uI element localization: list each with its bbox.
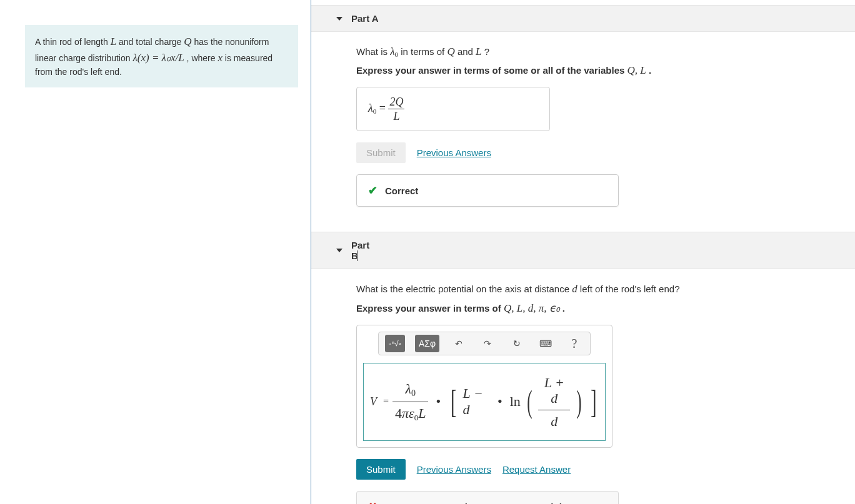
help-button[interactable]: ? xyxy=(565,335,584,352)
text: Express your answer in terms of some or … xyxy=(356,65,628,76)
redo-button[interactable]: ↷ xyxy=(478,335,497,352)
numerator: λ0 xyxy=(392,381,428,402)
part-a-header[interactable]: Part A xyxy=(311,5,855,32)
lambda-expr: λ(x) = λ₀x/L xyxy=(132,52,184,64)
text: ? xyxy=(484,46,489,57)
part-a-content: What is λ0 in terms of Q and L ? Express… xyxy=(311,32,855,232)
frac: 2Q L xyxy=(388,96,404,122)
equation-editor[interactable]: ▫ⁿ√▫ ΑΣφ ↶ ↷ ↻ ⌨ ? V = λ0 4πε0L • [ L − … xyxy=(356,325,612,448)
problem-text: A thin rod of length xyxy=(35,37,111,47)
previous-answers-link[interactable]: Previous Answers xyxy=(417,147,491,158)
problem-text: , where xyxy=(187,53,218,63)
denominator: 4πε0L xyxy=(392,402,428,423)
eq-sign: = xyxy=(379,102,389,114)
text: What is xyxy=(356,46,390,57)
part-b-feedback: ✖ Incorrect; Try Again; 5 attempts remai… xyxy=(356,491,619,504)
text: . xyxy=(649,65,651,76)
problem-pane: A thin rod of length L and total charge … xyxy=(0,0,311,504)
text: in terms of xyxy=(401,46,447,57)
part-b-buttons: Submit Previous Answers Request Answer xyxy=(356,459,830,480)
cross-icon: ✖ xyxy=(368,500,378,504)
submit-button: Submit xyxy=(356,142,406,163)
eq-sign: = xyxy=(383,396,389,407)
keyboard-button[interactable]: ⌨ xyxy=(536,335,555,352)
part-a-instruct: Express your answer in terms of some or … xyxy=(356,64,830,77)
lambda0-lhs: λ0 xyxy=(368,102,376,114)
part-b-question: What is the electric potential on the ax… xyxy=(356,283,830,295)
undo-button[interactable]: ↶ xyxy=(449,335,468,352)
var-Q: Q xyxy=(447,46,454,57)
templates-button[interactable]: ▫ⁿ√▫ xyxy=(385,335,405,352)
part-a-buttons: Submit Previous Answers xyxy=(356,142,830,163)
text: . xyxy=(562,303,565,314)
reset-button[interactable]: ↻ xyxy=(508,335,526,352)
part-a-answer-box: λ0 = 2Q L xyxy=(356,87,550,131)
dot-op: • xyxy=(494,393,506,410)
var-L: L xyxy=(476,46,481,57)
var-d: d xyxy=(572,283,578,295)
var-x: x xyxy=(218,52,222,64)
dot-op: • xyxy=(432,393,444,410)
chevron-down-icon xyxy=(336,17,342,21)
request-answer-link[interactable]: Request Answer xyxy=(502,464,571,475)
feedback-text: Correct xyxy=(385,185,418,196)
part-b-header[interactable]: Part B xyxy=(311,232,855,269)
vars: Q, L xyxy=(628,64,646,76)
rparen-icon: ) xyxy=(576,389,581,414)
denominator: d xyxy=(538,410,570,429)
text: What is the electric potential on the ax… xyxy=(356,284,572,294)
part-b-title: Part B xyxy=(351,240,378,261)
vars: Q, L, d, π, ϵ₀ xyxy=(504,302,560,314)
text: left of the rod's left end? xyxy=(580,284,680,294)
feedback-text: Incorrect; Try Again; 5 attempts remaini… xyxy=(385,502,573,504)
part-a-title: Part A xyxy=(351,13,379,24)
var-Q: Q xyxy=(184,36,191,47)
answer-pane: Part A What is λ0 in terms of Q and L ? … xyxy=(311,0,855,504)
expression-input[interactable]: V = λ0 4πε0L • [ L − d • ln ( L + d d ) … xyxy=(363,363,606,441)
check-icon: ✔ xyxy=(368,184,378,197)
lambda0-sym: λ0 xyxy=(390,46,398,57)
term: L − d xyxy=(463,385,490,418)
text: Express your answer in terms of xyxy=(356,303,504,314)
denominator: L xyxy=(388,109,404,122)
previous-answers-link[interactable]: Previous Answers xyxy=(417,464,491,475)
rbracket-icon: ] xyxy=(591,389,597,415)
problem-text: and total charge xyxy=(119,37,184,47)
part-a-question: What is λ0 in terms of Q and L ? xyxy=(356,46,830,58)
lparen-icon: ( xyxy=(527,389,532,414)
var-L: L xyxy=(111,36,116,47)
part-b-content: What is the electric potential on the ax… xyxy=(311,269,855,504)
frac-arg: L + d d xyxy=(538,375,570,429)
chevron-down-icon xyxy=(336,249,342,252)
submit-button[interactable]: Submit xyxy=(356,459,406,480)
numerator: L + d xyxy=(538,375,570,410)
greek-button[interactable]: ΑΣφ xyxy=(415,335,439,352)
ln: ln xyxy=(510,393,521,410)
problem-statement: A thin rod of length L and total charge … xyxy=(25,25,298,87)
part-a-feedback: ✔ Correct xyxy=(356,174,619,207)
frac: λ0 4πε0L xyxy=(392,381,428,423)
part-b-instruct: Express your answer in terms of Q, L, d,… xyxy=(356,302,830,315)
lhs: V xyxy=(370,395,377,408)
numerator: 2Q xyxy=(388,96,404,109)
text: and xyxy=(458,46,476,57)
editor-toolbar: ▫ⁿ√▫ ΑΣφ ↶ ↷ ↻ ⌨ ? xyxy=(378,332,591,355)
lbracket-icon: [ xyxy=(451,389,457,415)
